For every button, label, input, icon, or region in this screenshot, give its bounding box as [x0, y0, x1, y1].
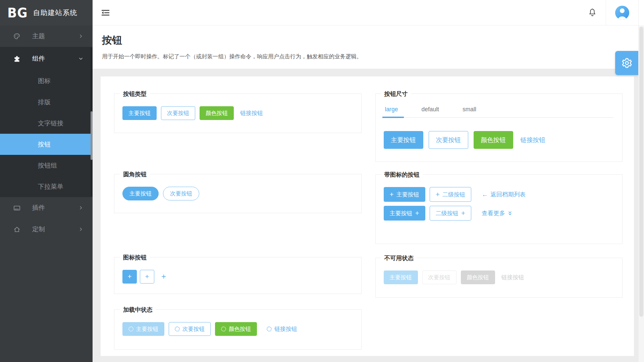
sidebar-item-plugins[interactable]: 插件 [0, 197, 93, 219]
page-scrollbar[interactable] [638, 0, 644, 362]
link-button[interactable]: 链接按钮 [238, 106, 265, 120]
avatar-person-icon [620, 8, 625, 13]
puzzle-icon [13, 55, 21, 63]
primary-plus-button[interactable]: 主要按钮 + [384, 206, 425, 221]
button-label: 链接按钮 [274, 325, 297, 333]
loading-link-button[interactable]: 链接按钮 [265, 322, 299, 336]
button-label: 颜色按钮 [229, 325, 251, 333]
page-title: 按钮 [102, 34, 638, 47]
button-label: 二级按钮 [442, 191, 465, 198]
logo-mark: BG [7, 5, 28, 20]
sidebar-subitem-label: 图标 [38, 77, 51, 85]
button-label: 主要按钮 [136, 325, 158, 333]
chevron-right-icon [78, 33, 84, 39]
page-head: 按钮 用于开始一个即时操作。标记了一个（或封装一组）操作命令，响应用户点击行为，… [93, 25, 638, 69]
large-color-button[interactable]: 颜色按钮 [474, 131, 513, 149]
content-area: 按钮类型 主要按钮 次要按钮 颜色按钮 链接按钮 圆角按钮 主要按钮 次要按钮 [93, 69, 638, 362]
card-button-types: 按钮类型 主要按钮 次要按钮 颜色按钮 链接按钮 [114, 94, 362, 133]
tab-large[interactable]: large [384, 104, 399, 117]
page-scrollbar-thumb[interactable] [639, 27, 643, 317]
avatar-wrap [606, 6, 638, 20]
button-label: 二级按钮 [436, 209, 459, 217]
secondary-plus-button[interactable]: 二级按钮 + [430, 206, 471, 221]
color-button[interactable]: 颜色按钮 [200, 106, 234, 120]
large-primary-button[interactable]: 主要按钮 [384, 131, 423, 149]
secondary-button[interactable]: 次要按钮 [161, 106, 195, 120]
sidebar-subitem-label: 下拉菜单 [38, 182, 63, 191]
sidebar-subitem-label: 按钮 [38, 140, 51, 149]
card-icon-label-buttons: 带图标的按钮 + 主要按钮 + 二级按钮 [375, 174, 623, 244]
large-secondary-button[interactable]: 次要按钮 [429, 131, 468, 149]
sidebar-subitem-label: 文字链接 [38, 119, 63, 128]
double-chevron-down-icon [507, 211, 513, 216]
chevron-right-icon [78, 226, 84, 232]
logo-title: 自助建站系统 [33, 8, 77, 17]
loading-color-button[interactable]: 颜色按钮 [215, 322, 257, 336]
plugin-icon [13, 204, 21, 212]
card-button-sizes: 按钮尺寸 large default small 主要按钮 次要按钮 颜色按钮 … [375, 94, 623, 162]
gear-icon [621, 57, 633, 69]
plus-text-button[interactable]: + [161, 270, 166, 284]
sidebar-scrollbar-thumb[interactable] [91, 111, 93, 160]
button-label: 主要按钮 [396, 191, 419, 198]
sidebar-item-label: 定制 [32, 225, 78, 234]
palette-icon [13, 32, 21, 40]
page-description: 用于开始一个即时操作。标记了一个（或封装一组）操作命令，响应用户点击行为，触发相… [102, 53, 638, 60]
sidebar-subitem-label: 按钮组 [38, 161, 57, 170]
avatar[interactable] [615, 6, 629, 20]
spinner-icon [175, 326, 180, 331]
primary-button[interactable]: 主要按钮 [122, 106, 157, 120]
card-title: 按钮类型 [120, 89, 150, 98]
card-title: 加载中状态 [120, 305, 156, 314]
left-column: 按钮类型 主要按钮 次要按钮 颜色按钮 链接按钮 圆角按钮 主要按钮 次要按钮 [114, 94, 362, 350]
disabled-primary-button[interactable]: 主要按钮 [384, 270, 418, 284]
sidebar-item-label: 组件 [32, 54, 78, 63]
sidebar-subitem-buttons[interactable]: 按钮 [0, 134, 93, 155]
sidebar-item-theme[interactable]: 主题 [0, 25, 93, 47]
card-title: 不可用状态 [381, 254, 417, 262]
plus-icon: + [127, 273, 131, 280]
plus-icon: + [161, 273, 166, 281]
card-title: 图标按钮 [120, 253, 150, 262]
sidebar-item-label: 插件 [32, 203, 78, 212]
plus-secondary-button[interactable]: + 二级按钮 [430, 187, 471, 202]
home-icon [13, 225, 21, 233]
plus-icon: + [145, 273, 149, 280]
sidebar-subitem-dropdown[interactable]: 下拉菜单 [0, 176, 93, 197]
round-secondary-button[interactable]: 次要按钮 [163, 187, 199, 200]
bell-icon[interactable] [579, 0, 606, 25]
sidebar-subitem-icons[interactable]: 图标 [0, 70, 93, 92]
large-link-button[interactable]: 链接按钮 [519, 133, 547, 147]
menu-fold-icon[interactable] [99, 6, 112, 19]
card-title: 圆角按钮 [120, 170, 150, 179]
sidebar-scrollbar[interactable] [91, 48, 93, 196]
settings-gear-button[interactable] [615, 51, 638, 75]
see-more-link[interactable]: 查看更多 [482, 209, 513, 217]
tab-default[interactable]: default [420, 104, 440, 117]
sidebar-subitem-button-groups[interactable]: 按钮组 [0, 155, 93, 176]
round-primary-button[interactable]: 主要按钮 [122, 187, 159, 200]
card-icon-buttons: 图标按钮 + + + [114, 257, 362, 294]
sidebar-subitem-typography[interactable]: 排版 [0, 92, 93, 113]
disabled-link-button[interactable]: 链接按钮 [499, 270, 526, 284]
plus-icon-button-primary[interactable]: + [122, 270, 137, 284]
plus-primary-button[interactable]: + 主要按钮 [384, 187, 425, 202]
disabled-color-button[interactable]: 颜色按钮 [461, 270, 495, 284]
plus-icon-button-outline[interactable]: + [140, 270, 154, 284]
sidebar-item-components[interactable]: 组件 [0, 47, 93, 70]
spinner-icon [221, 326, 226, 331]
sidebar-subitem-text-links[interactable]: 文字链接 [0, 113, 93, 134]
loading-secondary-button[interactable]: 次要按钮 [169, 322, 211, 336]
disabled-secondary-button[interactable]: 次要按钮 [422, 270, 457, 284]
app-logo: BG 自助建站系统 [0, 0, 93, 25]
sidebar-item-label: 主题 [32, 32, 78, 41]
plus-icon: + [415, 209, 419, 217]
back-link[interactable]: ← 返回档期列表 [482, 190, 526, 198]
plus-icon: + [390, 191, 394, 198]
sidebar-item-custom[interactable]: 定制 [0, 219, 93, 240]
chevron-right-icon [78, 205, 84, 211]
loading-primary-button[interactable]: 主要按钮 [122, 322, 164, 336]
card-disabled-state: 不可用状态 主要按钮 次要按钮 颜色按钮 链接按钮 [375, 258, 623, 298]
tab-small[interactable]: small [461, 104, 478, 117]
card-title: 带图标的按钮 [381, 170, 423, 179]
